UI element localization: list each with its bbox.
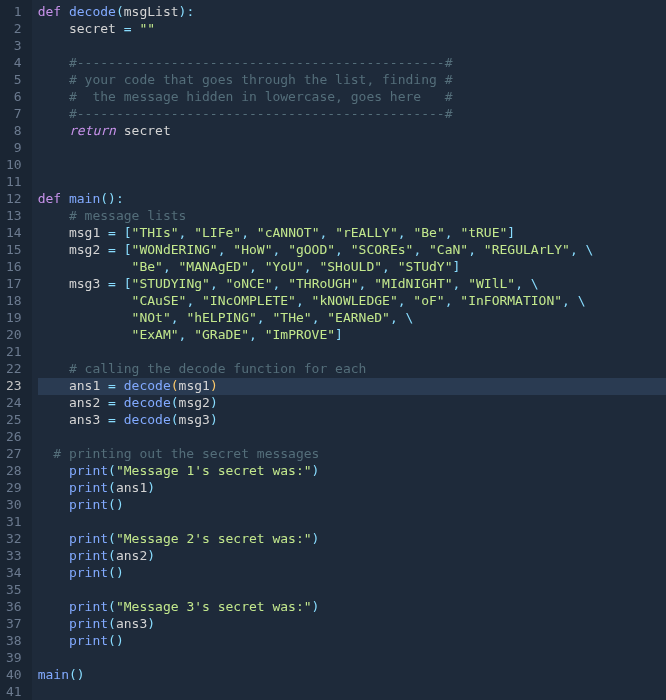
line-number: 16 [6, 259, 22, 276]
line-number: 19 [6, 310, 22, 327]
line-number: 15 [6, 242, 22, 259]
line-number: 37 [6, 616, 22, 633]
code-line[interactable]: print("Message 2's secret was:") [38, 531, 666, 548]
line-number: 14 [6, 225, 22, 242]
line-number: 25 [6, 412, 22, 429]
code-line[interactable]: main() [38, 667, 666, 684]
code-line[interactable]: # message lists [38, 208, 666, 225]
line-number: 3 [6, 38, 22, 55]
code-line[interactable]: ans2 = decode(msg2) [38, 395, 666, 412]
code-line[interactable]: ans1 = decode(msg1) [38, 378, 666, 395]
line-number: 27 [6, 446, 22, 463]
line-number: 39 [6, 650, 22, 667]
line-number: 21 [6, 344, 22, 361]
code-line[interactable] [38, 582, 666, 599]
code-line[interactable]: # printing out the secret messages [38, 446, 666, 463]
code-line[interactable]: "CAuSE", "INcOMPLETE", "kNOWLEDGE", "oF"… [38, 293, 666, 310]
code-line[interactable]: print() [38, 497, 666, 514]
line-number: 12 [6, 191, 22, 208]
code-line[interactable]: print(ans2) [38, 548, 666, 565]
code-editor[interactable]: 1234567891011121314151617181920212223242… [0, 0, 666, 700]
line-number: 6 [6, 89, 22, 106]
code-line[interactable] [38, 344, 666, 361]
line-number: 20 [6, 327, 22, 344]
code-line[interactable]: "Be", "MANAgED", "YoU", "SHoULD", "STUdY… [38, 259, 666, 276]
code-line[interactable]: secret = "" [38, 21, 666, 38]
code-line[interactable]: print("Message 3's secret was:") [38, 599, 666, 616]
line-number: 2 [6, 21, 22, 38]
code-line[interactable] [38, 174, 666, 191]
code-line[interactable] [38, 650, 666, 667]
code-line[interactable]: # calling the decode function for each [38, 361, 666, 378]
line-number: 9 [6, 140, 22, 157]
code-line[interactable]: print("Message 1's secret was:") [38, 463, 666, 480]
line-number-gutter: 1234567891011121314151617181920212223242… [0, 0, 32, 700]
line-number: 11 [6, 174, 22, 191]
line-number: 24 [6, 395, 22, 412]
line-number: 29 [6, 480, 22, 497]
line-number: 36 [6, 599, 22, 616]
code-line[interactable]: print(ans3) [38, 616, 666, 633]
line-number: 28 [6, 463, 22, 480]
line-number: 23 [6, 378, 22, 395]
code-line[interactable] [38, 38, 666, 55]
line-number: 31 [6, 514, 22, 531]
line-number: 4 [6, 55, 22, 72]
code-line[interactable]: def main(): [38, 191, 666, 208]
line-number: 7 [6, 106, 22, 123]
code-line[interactable]: "ExAM", "GRaDE", "ImPROVE"] [38, 327, 666, 344]
code-line[interactable]: ans3 = decode(msg3) [38, 412, 666, 429]
code-line[interactable] [38, 684, 666, 700]
line-number: 17 [6, 276, 22, 293]
line-number: 40 [6, 667, 22, 684]
code-line[interactable]: def decode(msgList): [38, 4, 666, 21]
code-line[interactable] [38, 140, 666, 157]
line-number: 38 [6, 633, 22, 650]
line-number: 35 [6, 582, 22, 599]
line-number: 32 [6, 531, 22, 548]
code-line[interactable] [38, 514, 666, 531]
code-line[interactable]: print() [38, 565, 666, 582]
code-line[interactable]: msg1 = ["THIs", "LIFe", "cANNOT", "rEALL… [38, 225, 666, 242]
line-number: 41 [6, 684, 22, 700]
code-line[interactable]: print() [38, 633, 666, 650]
code-area[interactable]: def decode(msgList): secret = "" #------… [32, 0, 666, 700]
line-number: 33 [6, 548, 22, 565]
code-line[interactable]: print(ans1) [38, 480, 666, 497]
code-line[interactable]: msg3 = ["STUDYINg", "oNCE", "THRoUGH", "… [38, 276, 666, 293]
line-number: 34 [6, 565, 22, 582]
line-number: 8 [6, 123, 22, 140]
line-number: 10 [6, 157, 22, 174]
line-number: 13 [6, 208, 22, 225]
line-number: 1 [6, 4, 22, 21]
line-number: 22 [6, 361, 22, 378]
line-number: 5 [6, 72, 22, 89]
code-line[interactable]: "NOt", "hELPING", "THe", "EARNeD", \ [38, 310, 666, 327]
code-line[interactable] [38, 429, 666, 446]
line-number: 18 [6, 293, 22, 310]
code-line[interactable]: # your code that goes through the list, … [38, 72, 666, 89]
code-line[interactable]: #---------------------------------------… [38, 55, 666, 72]
line-number: 26 [6, 429, 22, 446]
line-number: 30 [6, 497, 22, 514]
code-line[interactable]: return secret [38, 123, 666, 140]
code-line[interactable]: #---------------------------------------… [38, 106, 666, 123]
code-line[interactable] [38, 157, 666, 174]
code-line[interactable]: msg2 = ["WONdERING", "HoW", "gOOD", "SCO… [38, 242, 666, 259]
code-line[interactable]: # the message hidden in lowercase, goes … [38, 89, 666, 106]
